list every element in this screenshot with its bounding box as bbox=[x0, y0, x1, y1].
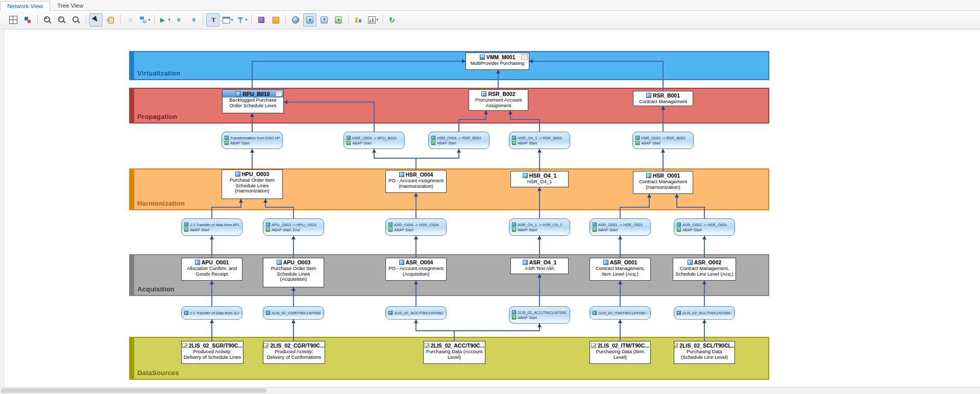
node-DS_SGR[interactable]: 2LIS_02_SGR/T90C...Produced Activity:Del… bbox=[181, 341, 243, 364]
delete-icon[interactable] bbox=[124, 13, 137, 27]
network-view-icon-glyph bbox=[334, 15, 343, 24]
node-HSR_O004[interactable]: HSR_O004PO - Account Assignment(Harmoniz… bbox=[385, 170, 447, 193]
zoom-out-icon[interactable]: − bbox=[55, 13, 68, 27]
dropdown-arrow-icon[interactable]: ▾ bbox=[246, 18, 248, 22]
node-ASR_O4_1[interactable]: ASR_O4_1ASR Test Alin bbox=[510, 258, 569, 274]
node-description-line: (Acquisition) bbox=[386, 272, 446, 277]
transformation-node[interactable]: ASR_O001 -> HSR_O001ABAP Start bbox=[590, 218, 651, 236]
scrollbar-thumb[interactable] bbox=[1, 388, 266, 393]
pan-hand-icon[interactable] bbox=[104, 13, 117, 27]
select-cursor-icon[interactable] bbox=[89, 13, 103, 27]
node-RPU_B010[interactable]: RPU_B010Backlogged PurchaseOrder Schedul… bbox=[222, 89, 284, 113]
transformation-title-row: 2LIS_02_SCL/T90CLNT090 ->... bbox=[677, 311, 732, 315]
node-description-line: MultiProvider Purchasing bbox=[466, 61, 529, 66]
transformation-routine-row: ABAP Start bbox=[512, 315, 567, 320]
abap-routine-icon bbox=[593, 228, 597, 232]
transformation-node[interactable]: 2LIS_02_ACC/T90CLNT090 ->...ABAP Start bbox=[509, 306, 570, 324]
arrowhead bbox=[702, 236, 706, 239]
node-HSR_O001[interactable]: HSR_O001Contract Management(Harmonizatio… bbox=[633, 171, 693, 194]
node-description-line: Delivery of Confirmations bbox=[263, 355, 325, 360]
transformation-node[interactable]: 2LIS_02_SCL/T90CLNT090 ->... bbox=[674, 306, 735, 319]
transformation-node[interactable]: ASR_O002 -> HSR_O001ABAP Start bbox=[674, 218, 735, 236]
transformation-name: 2LIS_02_ACC/T90CLNT090 ->... bbox=[394, 311, 444, 315]
transformation-node[interactable]: HSR_O004 -> RPU_B010ABAP Start bbox=[344, 132, 405, 149]
transformation-node[interactable]: HSR_O004 -> RSR_B002ABAP Start bbox=[428, 132, 489, 149]
node-description-line: PO - Account Assignment bbox=[386, 266, 446, 272]
band-label-virtualization: Virtualization bbox=[137, 69, 180, 77]
node-title: HSR_O004 bbox=[386, 170, 446, 178]
node-APU_O001[interactable]: APU_O001Allocation Confirm. andGoods Rec… bbox=[181, 258, 242, 281]
table-view-icon[interactable]: ▾ bbox=[220, 13, 234, 27]
transformation-title-row: 2LIS_02_CGR/T90CLNT090 ->... bbox=[266, 311, 321, 315]
network-view-icon[interactable] bbox=[332, 13, 345, 27]
insert-node-icon[interactable]: ▾ bbox=[138, 13, 151, 27]
transformation-node[interactable]: ASR_O004 -> HSR_O004ABAP Start bbox=[385, 218, 447, 236]
zoom-select-icon[interactable] bbox=[69, 13, 83, 27]
node-name: RSR_B001 bbox=[653, 92, 680, 98]
dropdown-arrow-icon[interactable]: ▾ bbox=[149, 18, 151, 22]
note-icon[interactable] bbox=[269, 13, 282, 27]
fit-layout-icon[interactable] bbox=[7, 13, 20, 27]
network-diagram-canvas[interactable]: VirtualizationPropagationHarmonizationAc… bbox=[0, 0, 980, 394]
note-icon[interactable] bbox=[276, 91, 282, 96]
horizontal-scrollbar[interactable] bbox=[0, 387, 980, 394]
chart-view-icon[interactable]: ▾ bbox=[366, 13, 379, 27]
tab-network-view[interactable]: Network View bbox=[0, 1, 50, 11]
collapse-all-icon[interactable] bbox=[172, 13, 185, 27]
package-icon[interactable] bbox=[255, 13, 268, 27]
arrowhead bbox=[372, 149, 376, 153]
transformation-node[interactable]: 1:1 Transfer of data from APU...ABAP Sta… bbox=[181, 218, 242, 236]
node-DS_ITM[interactable]: 2LIS_02_ITM/T90C...Purchasing Data (Item… bbox=[590, 341, 651, 364]
dso-icon bbox=[603, 260, 608, 265]
transformation-node[interactable]: APU_O003 -> HPU_O003ABAP Start, End bbox=[263, 218, 324, 236]
node-RSR_B002[interactable]: RSR_B002Procurement AccountAssignment bbox=[469, 89, 528, 111]
node-RSR_B001[interactable]: RSR_B001Contract Management bbox=[633, 91, 693, 106]
node-ASR_O002[interactable]: ASR_O002Contract Management,Schedule Lin… bbox=[673, 258, 736, 281]
tab-tree-view[interactable]: Tree View bbox=[50, 1, 90, 10]
dso-icon bbox=[481, 91, 486, 96]
dropdown-arrow-icon[interactable]: ▾ bbox=[168, 18, 170, 22]
view-tabs: Network View Tree View bbox=[0, 0, 980, 11]
routine-label: ABAP Start bbox=[682, 228, 702, 232]
transformation-node[interactable]: Transformation from DSO HP...ABAP Start bbox=[222, 132, 283, 149]
transformation-node[interactable]: 1:1 Transfer of Data from 2LIS... bbox=[181, 306, 242, 319]
node-DS_SCL[interactable]: 2LIS_02_SCL/T90CL...Purchasing Data(Sche… bbox=[674, 341, 735, 364]
key-figure-icon[interactable] bbox=[352, 13, 365, 27]
globe-view-icon[interactable] bbox=[289, 13, 302, 27]
text-tool-icon[interactable] bbox=[206, 13, 219, 27]
routine-label: ABAP Start bbox=[598, 228, 618, 232]
dropdown-arrow-icon[interactable]: ▾ bbox=[231, 18, 233, 22]
dso-icon bbox=[646, 173, 651, 178]
transformation-node[interactable]: 2LIS_02_ACC/T90CLNT090 ->... bbox=[385, 306, 447, 319]
node-name: 2LIS_02_ITM/T90C... bbox=[598, 342, 649, 349]
expand-all-icon[interactable] bbox=[186, 13, 200, 27]
pin-layout-icon[interactable] bbox=[21, 13, 34, 27]
abap-routine-icon bbox=[347, 141, 351, 145]
dropdown-arrow-icon[interactable]: ▾ bbox=[377, 18, 379, 22]
transformation-node[interactable]: 2LIS_02_CGR/T90CLNT090 ->... bbox=[263, 306, 324, 319]
upstream-view-icon[interactable] bbox=[317, 13, 331, 27]
zoom-out-icon-glyph: − bbox=[57, 15, 66, 24]
transformation-node[interactable]: ASR_O4_1 -> HSR_O4_1ABAP Start bbox=[509, 218, 570, 236]
node-DS_CGR[interactable]: 2LIS_02_CGR/T90C...Produced Activity:Del… bbox=[263, 341, 325, 364]
filter-icon[interactable]: ▾ bbox=[235, 13, 248, 27]
routine-label: ABAP Start bbox=[352, 141, 372, 145]
node-ASR_O001[interactable]: ASR_O001Contract Management,Item Level (… bbox=[590, 258, 651, 281]
transformation-node[interactable]: HSR_O4_1 -> RSR_B002ABAP Start bbox=[509, 132, 570, 149]
navigate-icon[interactable]: ▾ bbox=[158, 13, 171, 27]
node-VMM_M001[interactable]: VMM_M001MultiProvider Purchasing bbox=[465, 53, 529, 70]
refresh-icon[interactable] bbox=[386, 13, 399, 27]
node-ASR_O004[interactable]: ASR_O004PO - Account Assignment(Acquisit… bbox=[385, 258, 447, 281]
node-HSR_O4_1[interactable]: HSR_O4_1HSR_O4_1 bbox=[510, 171, 569, 187]
routine-label: ABAP Start bbox=[230, 141, 250, 145]
note-icon[interactable] bbox=[521, 54, 528, 60]
node-APU_O003[interactable]: APU_O003Purchase Order ItemSchedule Line… bbox=[263, 258, 324, 287]
dataflow-view-icon[interactable] bbox=[303, 13, 316, 27]
node-DS_ACC[interactable]: 2LIS_02_ACC/T90C...Purchasing Data (Acco… bbox=[423, 341, 485, 364]
band-edge-strip bbox=[130, 255, 134, 295]
transformation-node[interactable]: HSR_O001 -> RSR_B001ABAP Start bbox=[632, 132, 694, 149]
node-name: 2LIS_02_CGR/T90C... bbox=[270, 342, 324, 349]
node-HPU_O003[interactable]: HPU_O003Purchase Order ItemSchedule Line… bbox=[222, 169, 283, 199]
zoom-in-icon[interactable]: + bbox=[41, 13, 54, 27]
transformation-node[interactable]: 2LIS_02_ITM/T90CLNT090 ->... bbox=[590, 306, 651, 319]
